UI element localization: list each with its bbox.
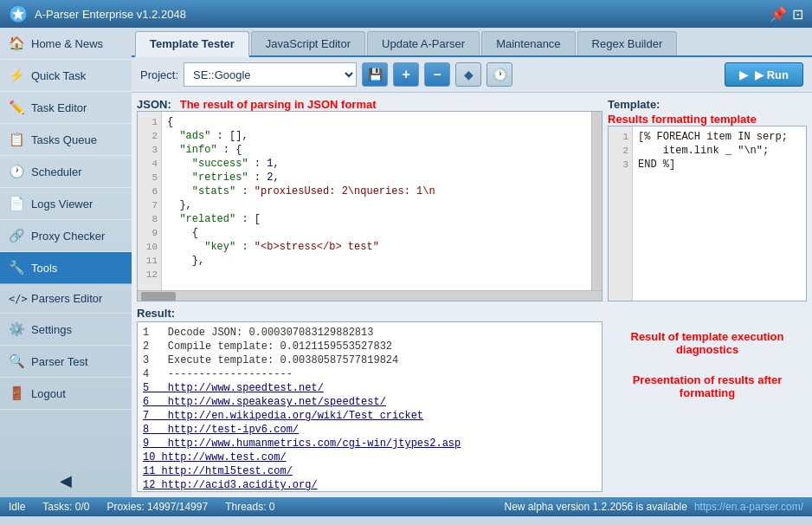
project-label: Project: (140, 68, 178, 81)
result-line-6: 6 http://www.speakeasy.net/speedtest/ (143, 395, 596, 409)
sidebar-item-tasks-queue[interactable]: 📋 Tasks Queue (0, 124, 132, 156)
sidebar-item-logout[interactable]: 🚪 Logout (0, 378, 132, 410)
sidebar-label-home-news: Home & News (31, 37, 103, 50)
sidebar-label-parsers-editor: Parsers Editor (31, 292, 102, 305)
template-code[interactable]: [% FOREACH item IN serp; item.link _ "\n… (633, 126, 806, 301)
status-proxies: Proxies: 14997/14997 (106, 501, 208, 513)
sidebar: 🏠 Home & News ⚡ Quick Task ✏️ Task Edito… (0, 28, 132, 497)
json-header: JSON: (137, 98, 171, 111)
parser-test-icon: 🔍 (9, 353, 24, 369)
proxy-icon: 🔗 (9, 228, 24, 243)
diamond-icon: ◆ (464, 68, 474, 81)
add-button[interactable]: + (393, 62, 419, 87)
tab-maintenance[interactable]: Maintenance (481, 31, 575, 55)
sidebar-item-parser-test[interactable]: 🔍 Parser Test (0, 346, 132, 378)
sidebar-item-proxy-checker[interactable]: 🔗 Proxy Checker (0, 220, 132, 252)
tools-icon: 🔧 (9, 260, 24, 275)
json-panel: JSON: The result of parsing in JSON form… (137, 98, 603, 301)
status-idle: Idle (9, 501, 25, 513)
save-button[interactable]: 💾 (362, 62, 388, 87)
status-threads: Threads: 0 (225, 501, 274, 513)
update-link[interactable]: https://en.a-parser.com/ (694, 501, 803, 513)
play-icon: ▶ (739, 68, 748, 81)
result-line-10: 10 http://www.test.com/ (143, 450, 596, 464)
sidebar-label-task-editor: Task Editor (31, 101, 87, 114)
json-annotation: The result of parsing in JSON format (180, 98, 377, 111)
result-header: Result: (137, 307, 807, 320)
template-line-numbers: 123 (609, 126, 633, 301)
sidebar-label-logout: Logout (31, 387, 66, 400)
run-button[interactable]: ▶ ▶ Run (725, 62, 803, 87)
logs-icon: 📄 (9, 196, 24, 211)
tab-bar: Template Tester JavaScript Editor Update… (132, 28, 812, 57)
sidebar-item-task-editor[interactable]: ✏️ Task Editor (0, 92, 132, 124)
clock-button[interactable]: 🕐 (487, 62, 512, 87)
code-icon: </> (9, 293, 24, 305)
minus-icon: – (434, 67, 441, 82)
tab-javascript-editor[interactable]: JavaScript Editor (251, 31, 365, 55)
home-icon: 🏠 (9, 36, 24, 51)
queue-icon: 📋 (9, 132, 24, 147)
sidebar-collapse-button[interactable]: ◀ (0, 464, 132, 497)
sidebar-label-settings: Settings (31, 323, 72, 336)
sidebar-label-logs-viewer: Logs Viewer (31, 198, 93, 211)
result-line-1: 1 Decode JSON: 0.000307083129882813 (143, 326, 596, 340)
sidebar-label-quick-task: Quick Task (31, 69, 86, 82)
result-line-12: 12 http://acid3.acidity.org/ (143, 478, 596, 492)
statusbar: Idle Tasks: 0/0 Proxies: 14997/14997 Thr… (0, 497, 812, 516)
save-icon: 💾 (368, 68, 383, 81)
tab-template-tester[interactable]: Template Tester (135, 31, 249, 57)
lightning-icon: ⚡ (9, 68, 24, 83)
titlebar: A-Parser Enterprise v1.2.2048 📌 ⊡ (0, 0, 812, 28)
logout-icon: 🚪 (9, 386, 24, 401)
result-annotations: Result of template execution diagnostics… (608, 321, 807, 492)
maximize-icon[interactable]: ⊡ (792, 6, 803, 23)
pin-icon[interactable]: 📌 (770, 6, 787, 23)
sidebar-label-proxy-checker: Proxy Checker (31, 230, 105, 243)
app-title: A-Parser Enterprise v1.2.2048 (35, 8, 186, 21)
tab-regex-builder[interactable]: Regex Builder (577, 31, 678, 55)
tab-update-aparser[interactable]: Update A-Parser (367, 31, 480, 55)
result-annotation-2: Presentation of results after formatting (608, 373, 807, 399)
result-area: Result: 1 Decode JSON: 0.000307083129882… (132, 307, 812, 497)
settings-icon: ⚙️ (9, 321, 24, 337)
result-line-9: 9 http://www.humanmetrics.com/cgi-win/jt… (143, 437, 596, 450)
template-header: Template: (608, 98, 660, 111)
result-line-11: 11 http://html5test.com/ (143, 464, 596, 478)
sidebar-item-logs-viewer[interactable]: 📄 Logs Viewer (0, 188, 132, 220)
sidebar-item-quick-task[interactable]: ⚡ Quick Task (0, 60, 132, 92)
edit-icon: ✏️ (9, 100, 24, 115)
project-select[interactable]: SE::Google (184, 62, 357, 87)
template-annotation: Results formatting template (608, 113, 807, 126)
sidebar-item-scheduler[interactable]: 🕐 Scheduler (0, 156, 132, 188)
result-line-4: 4 -------------------- (143, 367, 596, 381)
sidebar-item-settings[interactable]: ⚙️ Settings (0, 314, 132, 346)
sidebar-item-parsers-editor[interactable]: </> Parsers Editor (0, 284, 132, 314)
diamond-button[interactable]: ◆ (455, 62, 481, 87)
sidebar-label-parser-test: Parser Test (31, 355, 88, 368)
sidebar-item-home-news[interactable]: 🏠 Home & News (0, 28, 132, 60)
clock-icon: 🕐 (493, 68, 507, 81)
json-line-numbers: 123456789101112 (138, 112, 162, 290)
app-logo-icon (9, 4, 28, 23)
result-line-5: 5 http://www.speedtest.net/ (143, 381, 596, 395)
result-annotation-1: Result of template execution diagnostics (608, 330, 807, 356)
update-notice: New alpha version 1.2.2056 is available (504, 501, 686, 513)
sidebar-label-scheduler: Scheduler (31, 165, 82, 178)
json-scrollbar-h[interactable] (138, 290, 602, 301)
result-line-8: 8 http://test-ipv6.com/ (143, 423, 596, 437)
json-scrollbar-v[interactable] (591, 112, 602, 290)
result-line-7: 7 http://en.wikipedia.org/wiki/Test_cric… (143, 409, 596, 423)
minus-button[interactable]: – (424, 62, 450, 87)
sidebar-label-tools: Tools (31, 262, 57, 275)
result-line-3: 3 Execute template: 0.00380587577819824 (143, 353, 596, 367)
toolbar: Project: SE::Google 💾 + – ◆ 🕐 ▶ ▶ Run (132, 57, 812, 93)
json-code[interactable]: { "ads" : [], "info" : { "success" : 1, … (162, 112, 591, 290)
result-code[interactable]: 1 Decode JSON: 0.000307083129882813 2 Co… (137, 321, 603, 492)
result-line-2: 2 Compile template: 0.0121159553527832 (143, 340, 596, 353)
status-tasks: Tasks: 0/0 (42, 501, 89, 513)
run-label: ▶ Run (755, 68, 789, 81)
sidebar-item-tools[interactable]: 🔧 Tools (0, 252, 132, 284)
scheduler-icon: 🕐 (9, 164, 24, 179)
sidebar-label-tasks-queue: Tasks Queue (31, 133, 97, 146)
